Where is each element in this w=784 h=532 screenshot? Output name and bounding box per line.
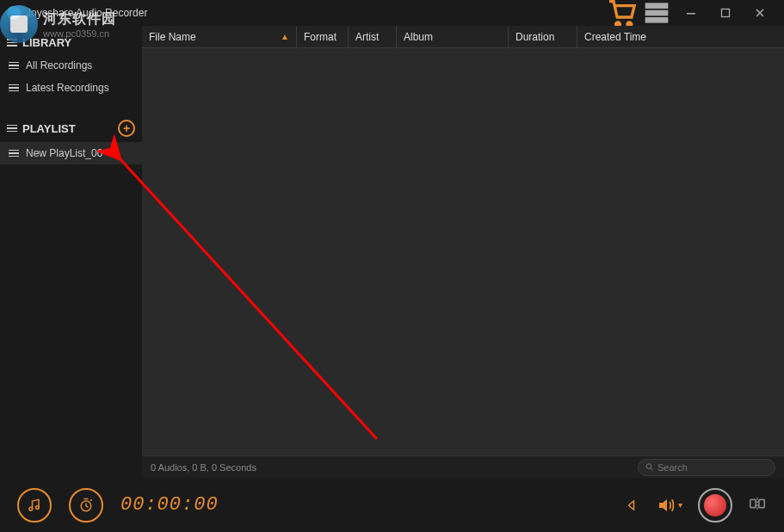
column-label: Format [304,31,336,43]
column-album[interactable]: Album [397,26,509,47]
column-duration[interactable]: Duration [509,26,577,47]
column-filename[interactable]: File Name ▲ [142,26,297,47]
sidebar-item-label: New PlayList_00 [26,147,102,159]
split-button[interactable] [748,494,767,517]
library-header: LIBRARY [0,31,142,54]
library-label: LIBRARY [22,36,71,49]
time-display: 00:00:00 [120,494,219,516]
sidebar-item-all-recordings[interactable]: All Recordings [0,54,142,77]
column-format[interactable]: Format [297,26,349,47]
svg-rect-14 [759,499,764,507]
burger-icon [7,39,17,46]
status-summary: 0 Audios, 0 B, 0 Seconds [151,462,256,473]
svg-rect-6 [687,13,695,15]
status-bar: 0 Audios, 0 B, 0 Seconds [142,455,784,478]
search-box[interactable] [638,459,775,476]
sidebar-item-label: All Recordings [26,59,92,71]
content-area: File Name ▲ Format Artist Album Duration… [142,26,784,478]
maximize-button[interactable] [708,0,743,26]
column-created[interactable]: Created Time [577,26,784,47]
timer-button[interactable] [69,488,103,523]
column-label: File Name [149,31,196,43]
svg-point-10 [29,507,33,510]
column-label: Duration [515,31,554,43]
playlist-header: PLAYLIST + [0,114,142,142]
column-artist[interactable]: Artist [349,26,397,47]
list-icon [9,84,19,92]
sidebar-item-playlist[interactable]: New PlayList_00 [0,142,142,164]
recordings-list [142,48,784,455]
list-icon [9,150,19,158]
svg-rect-7 [722,9,730,17]
search-input[interactable] [657,462,768,473]
menu-icon[interactable] [639,0,674,26]
sidebar: LIBRARY All Recordings Latest Recordings… [0,26,142,478]
app-title: Joyoshare Audio Recorder [26,7,147,19]
column-headers: File Name ▲ Format Artist Album Duration… [142,26,784,48]
sort-caret-icon: ▲ [281,32,289,41]
svg-rect-3 [646,4,666,7]
music-library-button[interactable] [17,488,52,523]
column-label: Album [404,31,433,43]
volume-button[interactable]: ▾ [656,495,682,516]
svg-point-8 [646,464,651,469]
add-playlist-button[interactable]: + [118,120,135,137]
player-bar: 00:00:00 ▾ [0,478,784,532]
column-label: Created Time [584,31,646,43]
svg-line-9 [651,468,652,470]
playlist-label: PLAYLIST [22,122,76,135]
svg-point-11 [36,505,40,509]
svg-rect-13 [750,499,756,507]
sidebar-item-label: Latest Recordings [26,82,109,94]
app-icon [7,6,21,20]
minimize-button[interactable] [674,0,708,26]
column-label: Artist [355,31,379,43]
repeat-button[interactable] [625,498,640,513]
sidebar-item-latest-recordings[interactable]: Latest Recordings [0,77,142,99]
chevron-down-icon: ▾ [678,500,682,510]
list-icon [9,62,19,70]
svg-rect-5 [646,19,666,22]
burger-icon [7,125,17,133]
record-button[interactable] [698,488,732,523]
search-icon [645,462,654,472]
cart-icon[interactable] [605,0,639,26]
title-bar: Joyoshare Audio Recorder [0,0,784,26]
record-dot-icon [704,494,726,517]
svg-rect-4 [646,11,666,14]
close-button[interactable] [743,0,777,26]
